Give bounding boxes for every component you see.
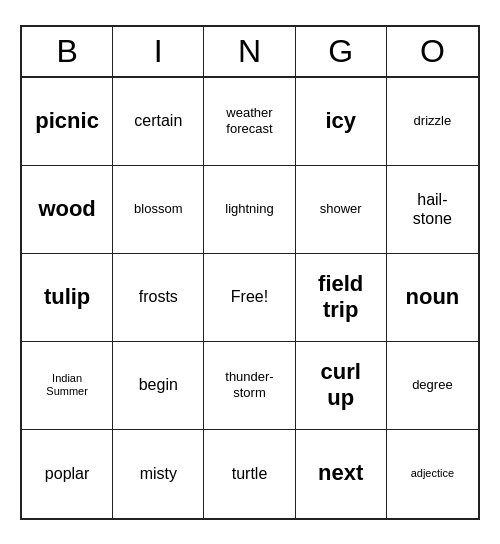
- header-letter: I: [113, 27, 204, 76]
- cell-text: Free!: [231, 287, 268, 306]
- bingo-cell[interactable]: degree: [387, 342, 478, 430]
- cell-text: lightning: [225, 201, 273, 217]
- bingo-card: BINGO picniccertainweatherforecasticydri…: [20, 25, 480, 520]
- bingo-cell[interactable]: picnic: [22, 78, 113, 166]
- bingo-grid: picniccertainweatherforecasticydrizzlewo…: [22, 78, 478, 518]
- cell-text: degree: [412, 377, 452, 393]
- cell-text: hail-stone: [413, 190, 452, 228]
- header-letter: B: [22, 27, 113, 76]
- cell-text: weatherforecast: [226, 105, 272, 136]
- bingo-cell[interactable]: IndianSummer: [22, 342, 113, 430]
- bingo-cell[interactable]: begin: [113, 342, 204, 430]
- bingo-cell[interactable]: hail-stone: [387, 166, 478, 254]
- bingo-cell[interactable]: noun: [387, 254, 478, 342]
- bingo-cell[interactable]: tulip: [22, 254, 113, 342]
- cell-text: drizzle: [414, 113, 452, 129]
- cell-text: turtle: [232, 464, 268, 483]
- bingo-cell[interactable]: fieldtrip: [296, 254, 387, 342]
- cell-text: next: [318, 460, 363, 486]
- header-letter: G: [296, 27, 387, 76]
- cell-text: wood: [38, 196, 95, 222]
- bingo-cell[interactable]: lightning: [204, 166, 295, 254]
- bingo-cell[interactable]: drizzle: [387, 78, 478, 166]
- bingo-cell[interactable]: wood: [22, 166, 113, 254]
- bingo-cell[interactable]: misty: [113, 430, 204, 518]
- cell-text: frosts: [139, 287, 178, 306]
- bingo-cell[interactable]: next: [296, 430, 387, 518]
- cell-text: curlup: [321, 359, 361, 412]
- bingo-cell[interactable]: icy: [296, 78, 387, 166]
- cell-text: misty: [140, 464, 177, 483]
- bingo-cell[interactable]: blossom: [113, 166, 204, 254]
- bingo-cell[interactable]: poplar: [22, 430, 113, 518]
- cell-text: blossom: [134, 201, 182, 217]
- cell-text: noun: [406, 284, 460, 310]
- cell-text: certain: [134, 111, 182, 130]
- cell-text: picnic: [35, 108, 99, 134]
- bingo-cell[interactable]: shower: [296, 166, 387, 254]
- header-letter: O: [387, 27, 478, 76]
- cell-text: begin: [139, 375, 178, 394]
- bingo-cell[interactable]: frosts: [113, 254, 204, 342]
- cell-text: icy: [325, 108, 356, 134]
- bingo-cell[interactable]: curlup: [296, 342, 387, 430]
- cell-text: shower: [320, 201, 362, 217]
- cell-text: thunder-storm: [225, 369, 273, 400]
- bingo-cell[interactable]: thunder-storm: [204, 342, 295, 430]
- bingo-cell[interactable]: certain: [113, 78, 204, 166]
- cell-text: poplar: [45, 464, 89, 483]
- header-letter: N: [204, 27, 295, 76]
- bingo-cell[interactable]: turtle: [204, 430, 295, 518]
- bingo-cell[interactable]: weatherforecast: [204, 78, 295, 166]
- cell-text: adjectice: [411, 467, 454, 480]
- bingo-cell[interactable]: Free!: [204, 254, 295, 342]
- bingo-header: BINGO: [22, 27, 478, 78]
- cell-text: tulip: [44, 284, 90, 310]
- cell-text: IndianSummer: [46, 372, 88, 398]
- cell-text: fieldtrip: [318, 271, 363, 324]
- bingo-cell[interactable]: adjectice: [387, 430, 478, 518]
